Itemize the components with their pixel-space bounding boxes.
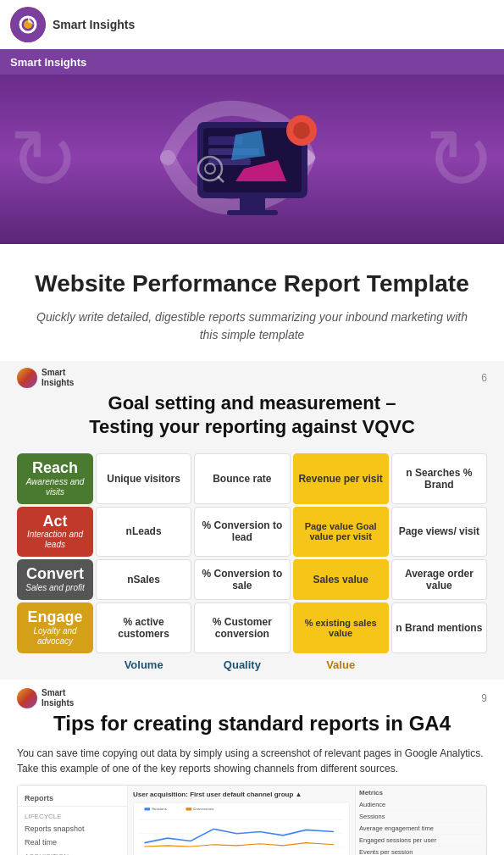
quality-label: Quality (194, 658, 290, 671)
vqvc-section: SmartInsights 6 Goal setting and measure… (0, 361, 504, 680)
convert-cell-3: Sales value (293, 559, 389, 600)
nav-bar: Smart Insights (0, 49, 504, 75)
engage-label: Engage Loyalty and advocacy (17, 602, 93, 653)
ga4-left-nav: Reports LIFECYCLE Reports snapshot Real … (18, 786, 128, 855)
engage-cell-1: % active customers (96, 602, 191, 653)
convert-cell-1: nSales (96, 559, 191, 600)
act-cell-1: nLeads (96, 507, 191, 558)
reach-cell-1: Unique visitors (96, 453, 191, 504)
mini-logo-text: SmartInsights (42, 368, 74, 388)
ga4-chart-area: Sessions Conversions (133, 802, 350, 855)
convert-label: Convert Sales and profit (17, 559, 93, 600)
mini-logo-circle-icon (17, 368, 37, 388)
ga4-mini-logo-icon (17, 688, 37, 708)
ga4-metrics-title: Metrics (359, 789, 483, 797)
ga4-nav-realtime[interactable]: Real time (18, 836, 127, 849)
metric-item: Average engagement time (359, 823, 483, 835)
act-cell-4: Page views/ visit (391, 507, 487, 558)
vqvc-act-row: Act Interaction and leads nLeads % Conve… (17, 507, 487, 558)
hero-graphic (159, 84, 346, 236)
brand-name: Smart Insights (53, 18, 135, 32)
value-label: Value (293, 658, 389, 671)
metric-item: Engaged sessions per user (359, 835, 483, 847)
ga4-header-bar: SmartInsights 9 (17, 680, 487, 712)
svg-text:Conversions: Conversions (193, 807, 214, 811)
svg-rect-21 (144, 808, 150, 810)
ga4-nav-section-2: ACQUISITION (18, 849, 127, 855)
svg-rect-23 (186, 808, 192, 810)
vqvc-column-labels: Volume Quality Value (17, 658, 487, 671)
logo-container: Smart Insights (10, 7, 135, 42)
ga4-screenshot: Reports LIFECYCLE Reports snapshot Real … (17, 785, 487, 855)
vqvc-engage-row: Engage Loyalty and advocacy % active cus… (17, 602, 487, 653)
logo-circle-icon (10, 7, 46, 42)
volume-label: Volume (96, 658, 191, 671)
svg-rect-12 (208, 158, 251, 165)
page-subtitle: Quickly write detailed, digestible repor… (34, 308, 470, 344)
ga4-page-number: 9 (481, 692, 487, 704)
ga4-metrics-col: Metrics Audience Sessions Average engage… (355, 786, 486, 855)
ga4-intro-text: You can save time copying out data by si… (17, 746, 487, 776)
vqvc-title: Goal setting and measurement – Testing y… (17, 391, 487, 440)
empty-label (391, 658, 487, 671)
ga4-wrapper: SmartInsights 9 Tips for creating standa… (0, 680, 504, 855)
ga4-nav-section: LIFECYCLE (18, 809, 127, 822)
reach-cell-4: n Searches % Brand (391, 453, 487, 504)
title-section: Website Performance Report Template Quic… (0, 244, 504, 361)
hero-section: ↻ ↻ (0, 75, 504, 244)
svg-point-9 (293, 122, 310, 139)
metric-item: Audience (359, 799, 483, 811)
act-label: Act Interaction and leads (17, 507, 93, 558)
convert-cell-2: % Conversion to sale (194, 559, 290, 600)
arrow-right-icon: ↻ (424, 117, 496, 202)
svg-rect-6 (240, 198, 265, 210)
ga4-title: Tips for creating standard reports in GA… (17, 712, 487, 736)
engage-cell-2: % Customer conversion (194, 602, 290, 653)
svg-text:Sessions: Sessions (152, 807, 168, 811)
vqvc-logo: SmartInsights (17, 368, 74, 388)
engage-cell-3: % existing sales value (293, 602, 389, 653)
convert-cell-4: Average order value (391, 559, 487, 600)
ga4-logo: SmartInsights (17, 688, 74, 708)
svg-marker-14 (231, 130, 265, 160)
engage-cell-4: n Brand mentions (391, 602, 487, 653)
vqvc-convert-row: Convert Sales and profit nSales % Conver… (17, 559, 487, 600)
vqvc-top-bar: SmartInsights 6 (17, 361, 487, 391)
act-cell-3: Page value Goal value per visit (293, 507, 389, 558)
header: Smart Insights (0, 0, 504, 49)
nav-label: Smart Insights (10, 56, 86, 69)
ga4-nav-snapshot[interactable]: Reports snapshot (18, 822, 127, 836)
reach-cell-3: Revenue per visit (293, 453, 389, 504)
arrow-left-icon: ↻ (8, 117, 80, 202)
reach-cell-2: Bounce rate (194, 453, 290, 504)
act-cell-2: % Conversion to lead (194, 507, 290, 558)
ga4-main-content: User acquisition: First user default cha… (128, 786, 355, 855)
vqvc-page-number: 6 (481, 372, 487, 384)
page-title: Website Performance Report Template (34, 269, 470, 298)
svg-rect-7 (227, 210, 278, 215)
ga4-chart-title: User acquisition: First user default cha… (133, 791, 350, 798)
vqvc-reach-row: Reach Awareness and visits Unique visito… (17, 453, 487, 504)
ga4-chart-svg: Sessions Conversions (137, 806, 346, 855)
ga4-mini-logo-text: SmartInsights (42, 688, 74, 708)
metric-item: Events per session (359, 847, 483, 855)
reach-label: Reach Awareness and visits (17, 453, 93, 504)
metric-item: Sessions (359, 811, 483, 823)
logo-text: Smart Insights (53, 18, 135, 32)
